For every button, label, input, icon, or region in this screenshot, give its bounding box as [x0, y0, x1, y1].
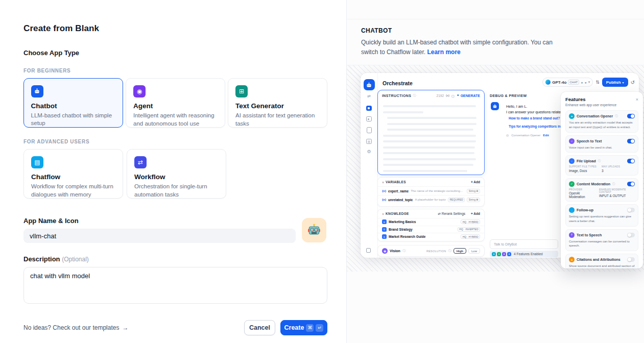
- templates-link[interactable]: No ideas? Check out our templates →: [23, 324, 128, 331]
- mock-nav-icons: [366, 106, 372, 144]
- feature-conversation-opener: ✦ Conversation Opener ⓘ You are an entit…: [565, 110, 638, 132]
- card-title: Workflow: [134, 173, 219, 181]
- page-title: Create from Blank: [23, 23, 327, 34]
- knowledge-name: Marketing Basics: [389, 220, 459, 224]
- feature-toggle: [627, 233, 635, 237]
- opener-meta-icon: ◎: [506, 133, 509, 137]
- beginner-cards-row: Chatbot LLM-based chatbot with simple se…: [23, 78, 327, 128]
- mock-bot-avatar: [491, 102, 499, 110]
- copy-icon: ▢: [451, 94, 455, 97]
- app-icon-robot-emoji[interactable]: [302, 218, 326, 242]
- mock-nav-orchestrate-icon: [366, 106, 372, 111]
- feature-toggle: [627, 159, 635, 163]
- mock-chat-input: Talk to DifyBot: [490, 239, 558, 249]
- card-desc: Orchestration for single-turn automation…: [134, 183, 219, 199]
- app-name-input[interactable]: [23, 229, 296, 243]
- mock-knowledge-add-button: + Add: [471, 212, 480, 215]
- info-icon: ⓘ: [615, 114, 618, 118]
- feature-toggle: [627, 208, 635, 212]
- mock-instructions-header: INSTRUCTIONS ⓘ 2192 {x} ▢ ✦ GENERATE: [378, 90, 484, 101]
- speech-mini-icon: ●: [502, 252, 506, 256]
- mock-generate-button: ✦ GENERATE: [457, 93, 480, 97]
- resolution-label: RESOLUTION: [426, 250, 446, 253]
- mock-sidebar: ⇄ ⚙: [361, 73, 378, 258]
- info-icon: ⓘ: [612, 182, 615, 186]
- for-beginners-label: FOR BEGINNERS: [23, 68, 327, 74]
- preview-heading: CHATBOT: [361, 27, 630, 34]
- knowledge-tag-chip: HQ · INVERTED: [458, 227, 480, 232]
- features-subtitle: Enhance web app user experience: [565, 103, 638, 107]
- preview-blurb: Quickly build an LLM-based chatbot with …: [361, 38, 570, 57]
- agent-icon: ◉: [133, 85, 146, 97]
- feature-desc: You are an entity extraction model that …: [569, 120, 635, 129]
- text-generator-icon: ⊞: [235, 85, 248, 97]
- card-desc: AI assistant for text generation tasks: [235, 112, 320, 128]
- card-desc: Workflow for complex multi-turn dialogue…: [31, 183, 115, 199]
- app-type-card-agent[interactable]: ◉ Agent Intelligent agent with reasoning…: [126, 78, 225, 128]
- mock-model-mode-badge: CHAT: [568, 80, 579, 85]
- mock-publish-chevron-icon: ▾: [623, 81, 624, 84]
- text-to-speech-icon: T: [569, 232, 575, 238]
- app-type-card-workflow[interactable]: ⇄ Workflow Orchestration for single-turn…: [127, 149, 226, 199]
- mock-instructions-title: INSTRUCTIONS: [382, 94, 411, 97]
- mock-orchestrate-title: Orchestrate: [383, 80, 413, 86]
- chatbot-icon: [31, 85, 43, 97]
- mock-rerank-settings: ⇄ Rerank Settings: [438, 212, 465, 216]
- create-button[interactable]: Create ⌘ ↵: [280, 320, 327, 335]
- knowledge-tag-chip: HQ · HYBRID: [461, 219, 480, 224]
- feature-name: Follow-up: [577, 208, 593, 212]
- card-desc: LLM-based chatbot with simple setup: [31, 112, 116, 128]
- knowledge-row: ≡ Marketing Basics HQ · HYBRID: [378, 218, 484, 226]
- conversation-opener-icon: ✦: [569, 113, 575, 119]
- feature-name: Content Moderation: [577, 182, 610, 186]
- mock-features-enabled-row: ● ● ● ● 4 Features Enabled: [490, 251, 558, 257]
- instructions-skeleton: [378, 101, 484, 177]
- preview-hatched-area: ⇄ ⚙ Orchestrate GPT-4o CHAT: [347, 65, 644, 272]
- app-type-card-chatbot[interactable]: Chatbot LLM-based chatbot with simple se…: [23, 78, 123, 128]
- description-textarea[interactable]: chat with vllm model: [23, 267, 327, 304]
- feature-name: Text to Speech: [577, 233, 602, 237]
- mock-model-name: GPT-4o: [552, 80, 566, 85]
- variable-type-chip: String ⊞: [467, 198, 480, 202]
- vision-eye-icon: ◉: [382, 248, 388, 254]
- app-type-card-text-generator[interactable]: ⊞ Text Generator AI assistant for text g…: [228, 78, 327, 128]
- workflow-icon: ⇄: [134, 156, 147, 168]
- features-title: Features: [565, 96, 586, 102]
- moderation-mini-icon: ●: [497, 252, 501, 256]
- close-icon: ×: [636, 97, 638, 102]
- feature-toggle: [627, 182, 635, 186]
- learn-more-link[interactable]: Learn more: [427, 48, 460, 56]
- variable-type-chip: String ⊞: [467, 189, 480, 193]
- description-label: Description (Optional): [23, 255, 327, 263]
- card-title: Chatbot: [31, 102, 116, 110]
- mock-opener-meta: ◎ Conversation Opener Edit: [506, 133, 549, 137]
- feature-follow-up: … Follow-up Setting up next questions su…: [565, 204, 638, 226]
- info-icon: ⓘ: [598, 159, 601, 163]
- info-icon: ⓘ: [413, 93, 416, 98]
- variable-name: unrelated_topic: [388, 198, 413, 202]
- feature-citations: ≡ Citations and Attributions Show source…: [565, 254, 638, 268]
- templates-link-text: No ideas? Check out our templates: [23, 324, 119, 331]
- mock-model-selector: GPT-4o CHAT ● ● ▾: [542, 78, 593, 87]
- feature-speech-to-text: ♪ Speech to Text Voice input can be used…: [565, 135, 638, 153]
- mock-knowledge-panel: ∨ KNOWLEDGE ⇄ Rerank Settings + Add ≡ Ma…: [377, 209, 485, 241]
- mock-model-provider-icon: [545, 80, 551, 85]
- mock-nav-image-icon: [366, 116, 372, 121]
- advanced-cards-row: ▤ Chatflow Workflow for complex multi-tu…: [23, 149, 327, 199]
- feature-desc: Conversation messages can be converted t…: [569, 239, 635, 248]
- mock-chevron-down-icon: ▾: [588, 80, 590, 84]
- knowledge-doc-icon: ≡: [382, 219, 387, 224]
- cancel-button[interactable]: Cancel: [244, 320, 275, 335]
- app-type-card-chatflow[interactable]: ▤ Chatflow Workflow for complex multi-tu…: [23, 149, 123, 199]
- create-app-dialog: Create from Blank Choose App Type FOR BE…: [0, 0, 644, 343]
- mock-nav-note-icon: [366, 139, 372, 144]
- kv-key: PROVIDER: [569, 188, 594, 191]
- content-moderation-icon: ✓: [569, 181, 575, 187]
- feature-name: Citations and Attributions: [577, 258, 621, 261]
- kv-value: INPUT & OUTPUT: [599, 194, 635, 198]
- variable-row: {x} unrelated_topic A placeholder for to…: [378, 195, 484, 204]
- feature-content-moderation: ✓ Content Moderation ⓘ PROVIDER OpenAI M…: [565, 178, 638, 202]
- mock-topbar-right: GPT-4o CHAT ● ● ▾ ⇅ Publish ▾ ↺: [542, 78, 635, 87]
- follow-up-icon: …: [569, 207, 575, 213]
- chat-input-placeholder: Talk to DifyBot: [494, 242, 517, 246]
